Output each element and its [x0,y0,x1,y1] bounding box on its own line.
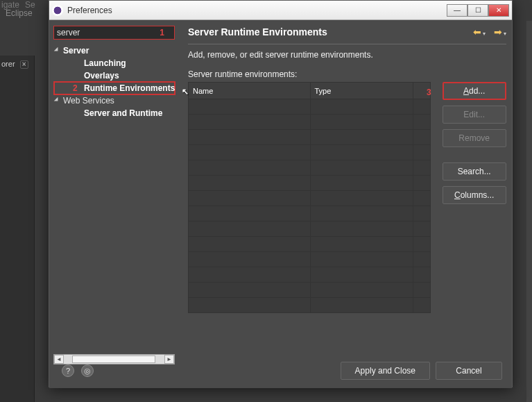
annotation-1: 1 [160,28,164,37]
cursor-icon: ↖ [182,87,189,97]
remove-button: Remove [443,129,506,147]
table-row[interactable] [189,221,431,237]
apply-and-close-button[interactable]: Apply and Close [341,362,430,380]
tree-node-launching[interactable]: Launching [53,57,177,69]
table-row[interactable] [189,267,431,283]
filter-input[interactable] [53,26,175,40]
table-row[interactable] [189,206,431,221]
maximize-button[interactable]: ☐ [467,4,488,17]
tree-node-web-services[interactable]: Web Services [53,94,177,107]
tree-node-server[interactable]: Server [53,44,177,57]
columns-button[interactable]: Columns... [443,186,506,204]
nav-forward[interactable]: ➡▾ [494,26,506,38]
bg-app-title: Eclipse [6,8,33,18]
cancel-button[interactable]: Cancel [436,362,502,380]
page-description: Add, remove, or edit server runtime envi… [188,50,506,60]
table-row[interactable] [189,237,431,252]
filter-tree-panel: 1 Server Launching Overlays 2 Runtime En… [49,20,181,366]
annotation-3: 3 [427,87,431,97]
table-row[interactable] [189,99,431,115]
import-export-icon[interactable]: ◎ [81,365,94,377]
table-row[interactable] [189,160,431,176]
expand-icon[interactable] [54,97,60,103]
expand-icon[interactable] [54,47,60,53]
table-row[interactable] [189,252,431,267]
tree-label: Web Services [63,96,114,106]
search-button[interactable]: Search... [443,162,506,181]
tree-label: Server [63,46,89,56]
preferences-dialog: Preferences — ☐ ✕ 1 Server Launching Ove… [49,0,513,387]
divider [188,44,506,44]
titlebar: Preferences — ☐ ✕ [49,1,512,20]
annotation-2: 2 [73,83,78,93]
h-scrollbar[interactable]: ◄ ► [53,354,175,365]
table-row[interactable] [189,298,431,313]
table-row[interactable] [189,176,431,191]
bg-explorer-label: orer [1,60,15,68]
eclipse-icon [52,5,63,16]
table-row[interactable] [189,283,431,298]
dialog-title: Preferences [67,6,447,15]
tree-label: Runtime Environments [84,83,175,93]
tree-node-overlays[interactable]: Overlays [53,69,177,82]
scroll-left-icon[interactable]: ◄ [54,355,64,364]
table-row[interactable] [189,191,431,206]
scroll-track[interactable] [64,355,164,364]
bg-rightbar [526,21,532,402]
help-icon[interactable]: ? [62,365,74,377]
runtime-table[interactable]: Name Type [188,82,431,313]
table-row[interactable] [189,130,431,145]
col-name[interactable]: Name [189,83,311,99]
scroll-thumb[interactable] [72,355,155,363]
close-button[interactable]: ✕ [488,4,509,17]
table-row[interactable] [189,115,431,130]
nav-back[interactable]: ⬅▾ [473,26,486,38]
dialog-footer: ? ◎ Apply and Close Cancel [49,366,512,388]
tree-node-server-and-runtime[interactable]: Server and Runtime [53,107,177,119]
tree-node-runtime-environments[interactable]: 2 Runtime Environments ↖ [53,81,175,95]
edit-button: Edit... [443,106,506,124]
add-button[interactable]: Add... [443,82,506,100]
page-title: Server Runtime Environments [188,26,473,37]
scroll-right-icon[interactable]: ► [164,355,174,364]
runtime-table-wrap: Name Type [188,82,431,313]
content-panel: Server Runtime Environments ⬅▾ ➡▾ Add, r… [181,20,515,366]
close-icon[interactable]: × [20,60,28,69]
minimize-button[interactable]: — [447,4,467,17]
preference-tree[interactable]: Server Launching Overlays 2 Runtime Envi… [53,42,177,351]
table-row[interactable] [189,145,431,160]
col-type[interactable]: Type [310,83,413,99]
bg-explorer-panel: orer × [0,56,35,402]
list-label: Server runtime environments: [188,69,506,79]
